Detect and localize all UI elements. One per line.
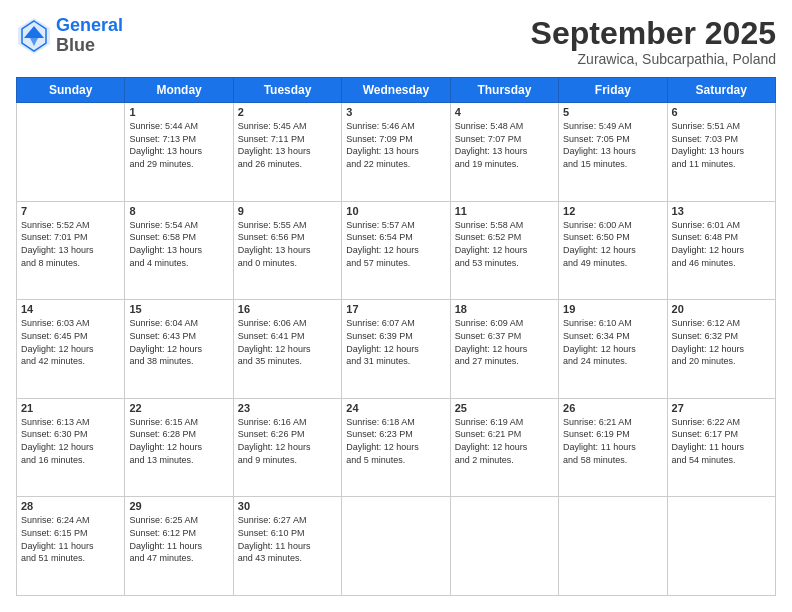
calendar-cell: 2Sunrise: 5:45 AM Sunset: 7:11 PM Daylig…	[233, 103, 341, 202]
day-number: 30	[238, 500, 337, 512]
day-header-tuesday: Tuesday	[233, 78, 341, 103]
day-number: 14	[21, 303, 120, 315]
day-header-monday: Monday	[125, 78, 233, 103]
day-number: 18	[455, 303, 554, 315]
calendar-cell: 13Sunrise: 6:01 AM Sunset: 6:48 PM Dayli…	[667, 201, 775, 300]
location: Zurawica, Subcarpathia, Poland	[531, 51, 776, 67]
day-number: 29	[129, 500, 228, 512]
day-number: 7	[21, 205, 120, 217]
calendar-cell: 1Sunrise: 5:44 AM Sunset: 7:13 PM Daylig…	[125, 103, 233, 202]
calendar-week-row: 1Sunrise: 5:44 AM Sunset: 7:13 PM Daylig…	[17, 103, 776, 202]
cell-content: Sunrise: 6:06 AM Sunset: 6:41 PM Dayligh…	[238, 317, 337, 367]
day-number: 23	[238, 402, 337, 414]
calendar-cell: 16Sunrise: 6:06 AM Sunset: 6:41 PM Dayli…	[233, 300, 341, 399]
calendar-cell: 7Sunrise: 5:52 AM Sunset: 7:01 PM Daylig…	[17, 201, 125, 300]
calendar-cell: 24Sunrise: 6:18 AM Sunset: 6:23 PM Dayli…	[342, 398, 450, 497]
day-number: 22	[129, 402, 228, 414]
cell-content: Sunrise: 6:10 AM Sunset: 6:34 PM Dayligh…	[563, 317, 662, 367]
calendar-cell	[342, 497, 450, 596]
day-number: 8	[129, 205, 228, 217]
cell-content: Sunrise: 6:07 AM Sunset: 6:39 PM Dayligh…	[346, 317, 445, 367]
day-header-thursday: Thursday	[450, 78, 558, 103]
cell-content: Sunrise: 5:57 AM Sunset: 6:54 PM Dayligh…	[346, 219, 445, 269]
calendar-cell	[17, 103, 125, 202]
cell-content: Sunrise: 6:09 AM Sunset: 6:37 PM Dayligh…	[455, 317, 554, 367]
calendar-cell: 10Sunrise: 5:57 AM Sunset: 6:54 PM Dayli…	[342, 201, 450, 300]
calendar-cell	[559, 497, 667, 596]
calendar-cell: 26Sunrise: 6:21 AM Sunset: 6:19 PM Dayli…	[559, 398, 667, 497]
cell-content: Sunrise: 6:27 AM Sunset: 6:10 PM Dayligh…	[238, 514, 337, 564]
calendar-cell	[450, 497, 558, 596]
calendar-cell: 8Sunrise: 5:54 AM Sunset: 6:58 PM Daylig…	[125, 201, 233, 300]
cell-content: Sunrise: 6:00 AM Sunset: 6:50 PM Dayligh…	[563, 219, 662, 269]
day-header-friday: Friday	[559, 78, 667, 103]
calendar-cell: 20Sunrise: 6:12 AM Sunset: 6:32 PM Dayli…	[667, 300, 775, 399]
cell-content: Sunrise: 6:12 AM Sunset: 6:32 PM Dayligh…	[672, 317, 771, 367]
day-number: 12	[563, 205, 662, 217]
calendar-table: SundayMondayTuesdayWednesdayThursdayFrid…	[16, 77, 776, 596]
cell-content: Sunrise: 6:01 AM Sunset: 6:48 PM Dayligh…	[672, 219, 771, 269]
day-number: 2	[238, 106, 337, 118]
cell-content: Sunrise: 6:21 AM Sunset: 6:19 PM Dayligh…	[563, 416, 662, 466]
cell-content: Sunrise: 6:04 AM Sunset: 6:43 PM Dayligh…	[129, 317, 228, 367]
calendar-cell	[667, 497, 775, 596]
calendar-cell: 12Sunrise: 6:00 AM Sunset: 6:50 PM Dayli…	[559, 201, 667, 300]
calendar-cell: 30Sunrise: 6:27 AM Sunset: 6:10 PM Dayli…	[233, 497, 341, 596]
calendar-week-row: 21Sunrise: 6:13 AM Sunset: 6:30 PM Dayli…	[17, 398, 776, 497]
cell-content: Sunrise: 6:16 AM Sunset: 6:26 PM Dayligh…	[238, 416, 337, 466]
day-header-saturday: Saturday	[667, 78, 775, 103]
calendar-cell: 21Sunrise: 6:13 AM Sunset: 6:30 PM Dayli…	[17, 398, 125, 497]
cell-content: Sunrise: 6:22 AM Sunset: 6:17 PM Dayligh…	[672, 416, 771, 466]
day-number: 24	[346, 402, 445, 414]
day-header-sunday: Sunday	[17, 78, 125, 103]
calendar-week-row: 14Sunrise: 6:03 AM Sunset: 6:45 PM Dayli…	[17, 300, 776, 399]
calendar-week-row: 7Sunrise: 5:52 AM Sunset: 7:01 PM Daylig…	[17, 201, 776, 300]
page: GeneralBlue September 2025 Zurawica, Sub…	[0, 0, 792, 612]
cell-content: Sunrise: 5:52 AM Sunset: 7:01 PM Dayligh…	[21, 219, 120, 269]
day-number: 3	[346, 106, 445, 118]
calendar-header-row: SundayMondayTuesdayWednesdayThursdayFrid…	[17, 78, 776, 103]
cell-content: Sunrise: 5:55 AM Sunset: 6:56 PM Dayligh…	[238, 219, 337, 269]
cell-content: Sunrise: 6:18 AM Sunset: 6:23 PM Dayligh…	[346, 416, 445, 466]
day-number: 16	[238, 303, 337, 315]
day-number: 20	[672, 303, 771, 315]
calendar-cell: 14Sunrise: 6:03 AM Sunset: 6:45 PM Dayli…	[17, 300, 125, 399]
cell-content: Sunrise: 6:24 AM Sunset: 6:15 PM Dayligh…	[21, 514, 120, 564]
cell-content: Sunrise: 5:45 AM Sunset: 7:11 PM Dayligh…	[238, 120, 337, 170]
day-number: 6	[672, 106, 771, 118]
calendar-cell: 19Sunrise: 6:10 AM Sunset: 6:34 PM Dayli…	[559, 300, 667, 399]
calendar-cell: 17Sunrise: 6:07 AM Sunset: 6:39 PM Dayli…	[342, 300, 450, 399]
cell-content: Sunrise: 5:51 AM Sunset: 7:03 PM Dayligh…	[672, 120, 771, 170]
day-number: 13	[672, 205, 771, 217]
day-number: 11	[455, 205, 554, 217]
calendar-week-row: 28Sunrise: 6:24 AM Sunset: 6:15 PM Dayli…	[17, 497, 776, 596]
calendar-cell: 5Sunrise: 5:49 AM Sunset: 7:05 PM Daylig…	[559, 103, 667, 202]
day-number: 25	[455, 402, 554, 414]
day-number: 9	[238, 205, 337, 217]
day-number: 1	[129, 106, 228, 118]
header: GeneralBlue September 2025 Zurawica, Sub…	[16, 16, 776, 67]
day-number: 27	[672, 402, 771, 414]
calendar-cell: 9Sunrise: 5:55 AM Sunset: 6:56 PM Daylig…	[233, 201, 341, 300]
cell-content: Sunrise: 5:58 AM Sunset: 6:52 PM Dayligh…	[455, 219, 554, 269]
day-number: 15	[129, 303, 228, 315]
cell-content: Sunrise: 6:13 AM Sunset: 6:30 PM Dayligh…	[21, 416, 120, 466]
calendar-cell: 28Sunrise: 6:24 AM Sunset: 6:15 PM Dayli…	[17, 497, 125, 596]
cell-content: Sunrise: 6:19 AM Sunset: 6:21 PM Dayligh…	[455, 416, 554, 466]
calendar-cell: 25Sunrise: 6:19 AM Sunset: 6:21 PM Dayli…	[450, 398, 558, 497]
cell-content: Sunrise: 5:48 AM Sunset: 7:07 PM Dayligh…	[455, 120, 554, 170]
day-number: 19	[563, 303, 662, 315]
header-right: September 2025 Zurawica, Subcarpathia, P…	[531, 16, 776, 67]
calendar-cell: 11Sunrise: 5:58 AM Sunset: 6:52 PM Dayli…	[450, 201, 558, 300]
day-number: 28	[21, 500, 120, 512]
calendar-cell: 18Sunrise: 6:09 AM Sunset: 6:37 PM Dayli…	[450, 300, 558, 399]
cell-content: Sunrise: 5:54 AM Sunset: 6:58 PM Dayligh…	[129, 219, 228, 269]
day-number: 10	[346, 205, 445, 217]
calendar-cell: 29Sunrise: 6:25 AM Sunset: 6:12 PM Dayli…	[125, 497, 233, 596]
calendar-cell: 27Sunrise: 6:22 AM Sunset: 6:17 PM Dayli…	[667, 398, 775, 497]
logo: GeneralBlue	[16, 16, 123, 56]
cell-content: Sunrise: 6:25 AM Sunset: 6:12 PM Dayligh…	[129, 514, 228, 564]
calendar-cell: 22Sunrise: 6:15 AM Sunset: 6:28 PM Dayli…	[125, 398, 233, 497]
day-number: 4	[455, 106, 554, 118]
day-number: 5	[563, 106, 662, 118]
